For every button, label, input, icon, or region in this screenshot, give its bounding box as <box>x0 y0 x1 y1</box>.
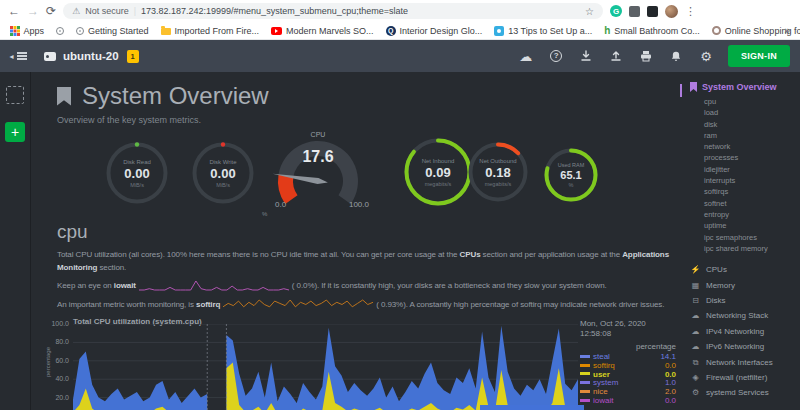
bookmark-star-icon[interactable]: ☆ <box>585 6 594 17</box>
gear-icon[interactable]: ⚙ <box>700 50 712 63</box>
url-text: 173.82.187.242:19999/#menu_system_submen… <box>141 6 408 16</box>
softirq-sparkline[interactable] <box>223 299 373 310</box>
reload-icon[interactable]: ⟳ <box>46 5 56 17</box>
profile-avatar[interactable] <box>665 5 678 18</box>
sidebar-submenu-uptime[interactable]: uptime <box>704 220 800 231</box>
highlight-select-icon[interactable] <box>6 86 24 104</box>
gauge-min: 0.0 <box>275 200 286 209</box>
sidebar-submenu-softirqs[interactable]: softirqs <box>704 186 800 197</box>
bookmark-item[interactable]: hSmall Bathroom Co... <box>604 26 700 36</box>
legend-swatch <box>580 372 590 375</box>
houzz-icon: h <box>604 27 610 35</box>
bookmark-label: Apps <box>24 26 45 36</box>
sidebar-submenu-ipc-shared-memory[interactable]: ipc shared memory <box>704 243 800 254</box>
text: An important metric worth monitoring, is <box>57 300 196 309</box>
sidebar-item-label: CPUs <box>706 262 727 277</box>
gauge-disk-write[interactable]: Disk Write 0.00 MiB/s <box>191 141 255 205</box>
gauge-max: 100.0 <box>349 200 369 209</box>
bookmark-label: Imported From Fire... <box>175 26 260 36</box>
gauge-used-ram[interactable]: Used RAM 65.1 % <box>543 147 599 203</box>
legend-name: softirq <box>593 361 615 370</box>
cloud-icon[interactable]: ☁ <box>519 50 532 63</box>
extension-pin-icon[interactable] <box>647 6 658 17</box>
legend-row-nice[interactable]: nice2.0 <box>580 387 678 396</box>
import-icon[interactable] <box>580 50 592 62</box>
help-icon[interactable]: ? <box>550 50 562 62</box>
sidebar-item-systemd-services[interactable]: ⚙systemd Services <box>690 385 800 400</box>
sidebar-submenu-disk[interactable]: disk <box>704 119 800 130</box>
right-sidebar: System Overview cpuloaddiskramnetworkpro… <box>680 72 800 410</box>
sidebar-item-ipv6-networking[interactable]: ☁IPv6 Networking <box>690 339 800 354</box>
sidebar-submenu-entropy[interactable]: entropy <box>704 209 800 220</box>
sidebar-submenu-interrupts[interactable]: interrupts <box>704 175 800 186</box>
sidebar-item-label: Memory <box>706 278 735 293</box>
bookmark-item[interactable]: 13 Tips to Set Up a... <box>494 26 592 36</box>
print-icon[interactable] <box>640 50 652 62</box>
bell-icon[interactable] <box>670 50 682 63</box>
sidebar-submenu-processes[interactable]: processes <box>704 152 800 163</box>
legend-value: 0.0 <box>665 370 678 379</box>
sidebar-item-firewall-netfilter-[interactable]: ◈Firewall (netfilter) <box>690 370 800 385</box>
legend-row-iowait[interactable]: iowait0.0 <box>580 396 678 405</box>
back-icon[interactable]: ← <box>8 5 20 17</box>
legend-name: nice <box>593 387 608 396</box>
gauge-disk-read[interactable]: Disk Read 0.00 MiB/s <box>105 141 169 205</box>
legend-swatch <box>580 364 590 367</box>
cloud-icon: ☁ <box>690 339 701 354</box>
bookmark-item[interactable]: Imported From Fire... <box>161 26 260 36</box>
legend-row-system[interactable]: system1.0 <box>580 378 678 387</box>
sidebar-item-network-interfaces[interactable]: ⧉Network Interfaces <box>690 355 800 370</box>
softirq-label: softirq <box>196 300 220 309</box>
sidebar-item-system-overview[interactable]: System Overview <box>690 82 800 92</box>
alarm-badge[interactable]: 1 <box>127 50 139 63</box>
sidebar-submenu-idlejitter[interactable]: idlejitter <box>704 164 800 175</box>
bookmarks-overflow-icon[interactable]: » <box>784 25 790 36</box>
sidebar-submenu-cpu[interactable]: cpu <box>704 96 800 107</box>
gauge-net-inbound[interactable]: Net Inbound 0.09 megabits/s <box>403 137 473 207</box>
sidebar-item-disks[interactable]: ⊟Disks <box>690 293 800 308</box>
bookmark-item[interactable]: Modern Marvels SO... <box>271 26 374 36</box>
sidebar-submenu-ram[interactable]: ram <box>704 130 800 141</box>
sidebar-item-ipv4-networking[interactable]: ☁IPv4 Networking <box>690 324 800 339</box>
export-icon[interactable] <box>610 50 622 62</box>
add-node-button[interactable]: + <box>5 122 25 142</box>
bookmark-item[interactable]: Apps <box>10 26 44 36</box>
legend-rows: steal14.1softirq0.0user0.0system1.0nice2… <box>580 352 678 405</box>
legend-row-user[interactable]: user0.0 <box>580 370 678 379</box>
sidebar-toggle-icon[interactable]: ◂ <box>0 52 36 61</box>
legend-row-softirq[interactable]: softirq0.0 <box>580 361 678 370</box>
legend-unit: percentage <box>580 342 676 351</box>
chart-legend: Mon, Oct 26, 2020 12:58:08 percentage st… <box>580 319 678 405</box>
sidebar-submenu-load[interactable]: load <box>704 107 800 118</box>
gauge-net-outbound[interactable]: Net Outbound 0.18 megabits/s <box>467 141 529 203</box>
cpus-link[interactable]: CPUs <box>460 250 481 259</box>
extension-icon[interactable] <box>629 6 640 17</box>
text: ). A constantly high percentage of softi… <box>403 300 664 309</box>
sign-in-button[interactable]: SIGN-IN <box>728 45 790 67</box>
iowait-sparkline[interactable] <box>139 280 289 291</box>
sidebar-submenu-network[interactable]: network <box>704 141 800 152</box>
text: ). If it is constantly high, your disks … <box>314 281 606 290</box>
arrow-left-icon: ◂ <box>9 52 13 61</box>
extension-grammarly-icon[interactable]: G <box>610 5 622 17</box>
sidebar-item-cpus[interactable]: ⚡CPUs <box>690 262 800 277</box>
sidebar-submenu-ipc-semaphores[interactable]: ipc semaphores <box>704 232 800 243</box>
sidebar-item-memory[interactable]: ▦Memory <box>690 278 800 293</box>
softirq-value: 0.93% <box>381 300 403 309</box>
iowait-label: iowait <box>114 281 136 290</box>
bookmark-item[interactable]: Getting Started <box>76 26 149 36</box>
browser-menu-icon[interactable]: ⋮ <box>685 5 696 18</box>
address-bar[interactable]: ⚠ Not secure | 173.82.187.242:19999/#men… <box>63 3 603 19</box>
forward-icon[interactable]: → <box>27 5 39 17</box>
bookmark-item[interactable] <box>56 27 64 35</box>
chart-plot-area[interactable] <box>73 324 578 410</box>
gauge-cpu[interactable]: CPU 17.6 0.0 100.0 % <box>259 131 377 213</box>
node-name[interactable]: ubuntu-20 <box>63 50 119 62</box>
bookmark-item[interactable]: QInterior Design Glo... <box>386 26 483 36</box>
text: ( <box>376 300 379 309</box>
sidebar-item-networking-stack[interactable]: ☁Networking Stack <box>690 308 800 323</box>
legend-row-steal[interactable]: steal14.1 <box>580 352 678 361</box>
chart-bottom-bar[interactable] <box>480 405 584 410</box>
shield-icon: ◈ <box>690 370 701 385</box>
sidebar-submenu-softnet[interactable]: softnet <box>704 198 800 209</box>
